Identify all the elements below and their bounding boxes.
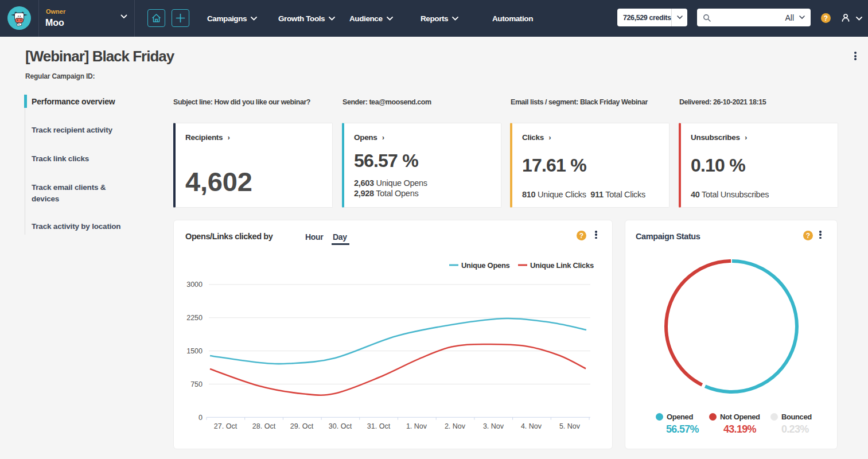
svg-text:28. Oct: 28. Oct	[252, 422, 276, 430]
svg-text:0: 0	[198, 414, 203, 422]
svg-text:27. Oct: 27. Oct	[214, 422, 238, 430]
svg-text:3. Nov: 3. Nov	[483, 422, 504, 430]
svg-text:30. Oct: 30. Oct	[329, 422, 352, 430]
svg-text:1500: 1500	[186, 347, 203, 355]
svg-text:2. Nov: 2. Nov	[445, 422, 466, 430]
svg-text:4. Nov: 4. Nov	[521, 422, 542, 430]
svg-text:750: 750	[190, 380, 203, 388]
svg-text:2250: 2250	[186, 314, 203, 322]
svg-text:Unique Link Clicks: Unique Link Clicks	[530, 261, 594, 270]
svg-text:5. Nov: 5. Nov	[559, 422, 581, 430]
svg-text:1. Nov: 1. Nov	[406, 422, 427, 430]
svg-text:Unique Opens: Unique Opens	[461, 261, 510, 270]
svg-text:29. Oct: 29. Oct	[290, 422, 314, 430]
svg-text:3000: 3000	[186, 281, 203, 289]
svg-text:31. Oct: 31. Oct	[367, 422, 391, 430]
